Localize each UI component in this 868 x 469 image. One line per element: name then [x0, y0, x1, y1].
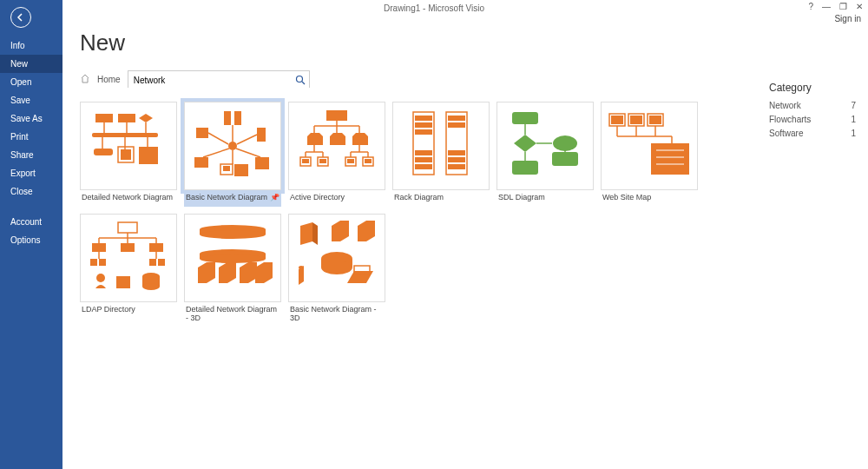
close-button[interactable]: ✕	[856, 2, 863, 11]
svg-rect-55	[415, 116, 432, 121]
template-caption: Web Site Map	[602, 193, 696, 201]
template-thumbnail	[392, 102, 490, 190]
svg-point-15	[228, 142, 237, 150]
sidebar-item-print[interactable]: Print	[0, 128, 62, 146]
svg-rect-31	[326, 110, 347, 121]
minimize-button[interactable]: —	[822, 2, 831, 11]
titlebar: Drawing1 - Microsoft Visio ? — ❐ ✕ Sign …	[0, 0, 868, 17]
svg-point-104	[96, 274, 105, 282]
breadcrumb-home[interactable]: Home	[97, 75, 121, 84]
svg-rect-16	[224, 111, 231, 125]
svg-line-26	[208, 133, 228, 144]
template-thumbnail	[496, 102, 594, 190]
template-sitemap[interactable]: Web Site Map	[601, 102, 698, 207]
svg-rect-22	[223, 166, 230, 171]
svg-rect-100	[90, 259, 97, 266]
svg-rect-24	[255, 157, 269, 169]
category-count: 1	[851, 129, 856, 138]
category-label: Flowcharts	[769, 115, 811, 124]
svg-rect-69	[552, 152, 578, 166]
sidebar-item-info[interactable]: Info	[0, 36, 62, 55]
sidebar-item-account[interactable]: Account	[0, 213, 62, 231]
category-title: Category	[769, 82, 856, 94]
svg-rect-14	[139, 147, 158, 164]
template-caption: Basic Network Diagram - 3D	[290, 305, 384, 322]
template-caption: Detailed Network Diagram - 3D	[186, 305, 279, 322]
search-input[interactable]	[128, 73, 309, 89]
sidebar-item-share[interactable]: Share	[0, 146, 62, 164]
svg-point-108	[142, 283, 160, 290]
svg-line-27	[237, 135, 257, 144]
category-row-network[interactable]: Network7	[769, 101, 856, 110]
svg-rect-11	[94, 149, 113, 155]
sidebar-item-export[interactable]: Export	[0, 164, 62, 182]
window-controls: ? — ❐ ✕	[808, 2, 863, 11]
back-button[interactable]	[10, 7, 31, 28]
svg-rect-95	[92, 243, 106, 252]
category-row-flowcharts[interactable]: Flowcharts1	[769, 115, 856, 124]
backstage-sidebar: InfoNewOpenSaveSave AsPrintShareExportCl…	[0, 0, 62, 469]
template-network-detailed-3d[interactable]: Detailed Network Diagram - 3D	[184, 214, 281, 327]
svg-rect-60	[415, 164, 432, 169]
svg-rect-101	[99, 259, 106, 266]
sidebar-item-save[interactable]: Save	[0, 91, 62, 109]
svg-rect-58	[415, 150, 432, 155]
template-caption: Rack Diagram	[394, 193, 488, 201]
template-ldap[interactable]: LDAP Directory	[80, 214, 177, 327]
page-title: New	[80, 30, 851, 56]
window-title: Drawing1 - Microsoft Visio	[0, 0, 868, 17]
category-label: Network	[769, 101, 801, 110]
sidebar-item-new[interactable]: New	[0, 55, 62, 73]
svg-rect-13	[121, 149, 131, 160]
template-thumbnail	[184, 102, 281, 190]
svg-rect-105	[116, 276, 130, 288]
template-thumbnail	[80, 102, 177, 190]
restore-button[interactable]: ❐	[839, 2, 847, 11]
sidebar-item-open[interactable]: Open	[0, 73, 62, 91]
main-area: New Home Detailed Network Diagram Basic …	[62, 17, 868, 469]
template-caption: SDL Diagram	[498, 193, 592, 201]
template-sdl[interactable]: SDL Diagram	[496, 102, 594, 207]
home-icon[interactable]	[80, 71, 90, 87]
svg-rect-19	[257, 128, 266, 142]
svg-rect-20	[194, 157, 208, 168]
svg-point-118	[299, 266, 304, 269]
svg-rect-59	[415, 157, 432, 162]
svg-rect-103	[158, 259, 165, 266]
sidebar-item-save-as[interactable]: Save As	[0, 109, 62, 128]
template-network-detailed[interactable]: Detailed Network Diagram	[80, 102, 177, 207]
pin-icon[interactable]: 📌	[270, 193, 279, 201]
sidebar-item-close[interactable]: Close	[0, 182, 62, 201]
svg-rect-66	[512, 112, 538, 124]
svg-rect-61	[448, 116, 465, 121]
svg-rect-50	[347, 159, 354, 163]
svg-point-0	[296, 76, 302, 83]
template-thumbnail	[288, 214, 385, 302]
svg-rect-62	[448, 122, 465, 128]
svg-rect-73	[512, 161, 538, 175]
template-active-directory[interactable]: Active Directory	[288, 102, 385, 207]
svg-rect-17	[234, 111, 241, 125]
svg-rect-78	[630, 116, 642, 124]
svg-rect-3	[118, 114, 135, 122]
svg-rect-63	[448, 150, 465, 155]
svg-rect-65	[448, 164, 465, 169]
search-box[interactable]	[128, 70, 310, 88]
svg-rect-102	[149, 259, 156, 266]
svg-rect-57	[415, 129, 432, 135]
svg-rect-97	[149, 243, 163, 252]
svg-rect-2	[95, 114, 113, 122]
template-network-basic[interactable]: Basic Network Diagram📌	[184, 102, 281, 207]
category-label: Software	[769, 129, 803, 138]
sidebar-item-options[interactable]: Options	[0, 231, 62, 249]
svg-rect-96	[121, 243, 135, 252]
template-network-basic-3d[interactable]: Basic Network Diagram - 3D	[288, 214, 385, 327]
help-button[interactable]: ?	[808, 2, 813, 11]
category-row-software[interactable]: Software1	[769, 129, 856, 138]
category-count: 7	[851, 101, 856, 110]
svg-rect-79	[649, 116, 661, 124]
svg-point-111	[200, 230, 266, 239]
template-rack[interactable]: Rack Diagram	[392, 102, 490, 207]
template-gallery: Detailed Network Diagram Basic Network D…	[80, 102, 705, 327]
search-icon[interactable]	[295, 73, 306, 89]
